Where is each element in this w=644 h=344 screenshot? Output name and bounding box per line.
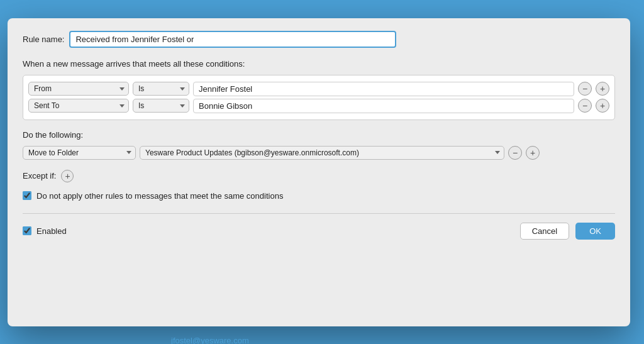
condition2-remove-button[interactable]: − <box>578 99 592 113</box>
condition1-operator-select[interactable]: Is Is not Contains <box>133 82 189 96</box>
no-other-rules-row: Do not apply other rules to messages tha… <box>23 191 615 201</box>
conditions-area: From Sent To Subject Body Is Is not Cont… <box>23 75 615 120</box>
enabled-checkbox[interactable] <box>23 226 31 235</box>
divider <box>23 213 615 214</box>
except-add-button[interactable]: + <box>61 170 74 182</box>
condition-row-1: From Sent To Subject Body Is Is not Cont… <box>28 82 609 96</box>
no-other-rules-checkbox[interactable] <box>23 191 31 200</box>
action-row: Move to Folder Copy to Folder Set Color … <box>23 146 615 160</box>
condition2-value-input[interactable] <box>193 99 574 113</box>
cancel-button[interactable]: Cancel <box>520 223 569 240</box>
no-other-rules-label: Do not apply other rules to messages tha… <box>36 191 283 201</box>
condition2-operator-select[interactable]: Is Is not Contains <box>133 99 189 113</box>
enabled-row: Enabled <box>23 226 67 236</box>
mail-rule-dialog: Rule name: When a new message arrives th… <box>8 18 630 326</box>
email-link[interactable]: jfostel@yesware.com <box>171 336 249 345</box>
bottom-row: Enabled Cancel OK <box>23 223 615 240</box>
conditions-label: When a new message arrives that meets al… <box>23 59 615 69</box>
condition2-field-select[interactable]: From Sent To Subject Body <box>28 99 129 113</box>
action-folder-select[interactable]: Yesware Product Updates (bgibson@yesware… <box>140 146 504 160</box>
rule-name-input[interactable] <box>69 31 396 48</box>
action-add-button[interactable]: + <box>526 146 540 160</box>
do-following-label: Do the following: <box>23 130 615 140</box>
ok-button[interactable]: OK <box>575 223 615 240</box>
rule-name-row: Rule name: <box>23 31 615 48</box>
enabled-label: Enabled <box>36 226 67 236</box>
condition-row-2: From Sent To Subject Body Is Is not Cont… <box>28 99 609 113</box>
condition1-field-select[interactable]: From Sent To Subject Body <box>28 82 129 96</box>
condition1-remove-button[interactable]: − <box>578 82 592 96</box>
condition2-add-button[interactable]: + <box>596 99 609 113</box>
button-group: Cancel OK <box>520 223 615 240</box>
except-label: Except if: <box>23 171 56 180</box>
action-field-select[interactable]: Move to Folder Copy to Folder Set Color <box>23 146 136 160</box>
condition1-add-button[interactable]: + <box>596 82 609 96</box>
condition1-value-input[interactable] <box>193 82 574 96</box>
rule-name-label: Rule name: <box>23 35 64 44</box>
except-row: Except if: + <box>23 170 615 182</box>
action-remove-button[interactable]: − <box>508 146 522 160</box>
